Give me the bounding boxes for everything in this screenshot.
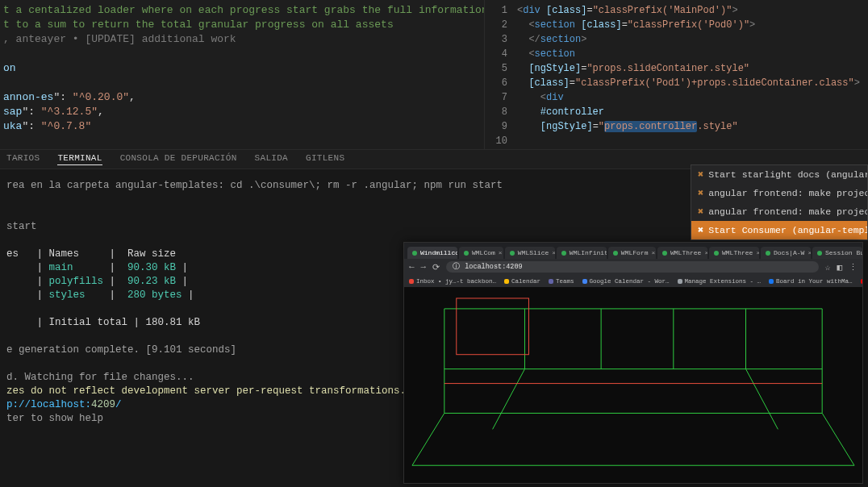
dep-line: annon-es": "^0.20.0",: [0, 90, 484, 105]
favicon-icon: [613, 251, 618, 256]
task-item[interactable]: ✖angular frontend: make projects a: [691, 202, 867, 221]
address-text: localhost:4209: [465, 263, 522, 271]
tab-title: WMLThree: [722, 249, 753, 256]
wrench-icon: ✖: [698, 224, 703, 236]
browser-tab[interactable]: WMLForm×: [608, 247, 656, 259]
panel-tab[interactable]: TARIOS: [6, 153, 40, 165]
comment-line: t a centalized loader where on each prog…: [0, 3, 484, 18]
bookmark-favicon-icon: [504, 279, 509, 284]
close-icon[interactable]: ×: [807, 249, 811, 256]
wrench-icon: ✖: [698, 206, 703, 218]
browser-tab[interactable]: Session Bu×: [812, 247, 862, 259]
code-column[interactable]: <div [class]="classPrefix('MainPod')"> <…: [517, 0, 868, 149]
tab-title: Docs|A-W: [774, 249, 804, 256]
comment-line: t to a sum to return the total granular …: [0, 18, 484, 32]
bookmark-label: Calendar: [511, 278, 540, 285]
svg-line-5: [412, 413, 444, 465]
page-viewport[interactable]: [404, 287, 862, 483]
browser-tab[interactable]: WMLThree×: [709, 247, 759, 259]
dep-line: uka": "^0.7.8": [0, 119, 484, 134]
favicon-icon: [714, 251, 719, 256]
tab-title: Windmillco: [420, 249, 457, 256]
bookmark-item[interactable]: Inbox • jy…-t backbon…: [409, 278, 496, 285]
bookmark-favicon-icon: [582, 279, 587, 284]
address-bar[interactable]: ⓘ localhost:4209: [446, 261, 819, 273]
task-label: angular frontend: make projects a: [708, 206, 867, 217]
gitlens-blame: , anteayer • [UPDATE] additional work: [0, 32, 484, 47]
panel-tab[interactable]: GITLENS: [306, 153, 344, 165]
dep-line: sap": "^3.12.5",: [0, 105, 484, 119]
task-label: Start Consumer (angular-template: [708, 225, 867, 235]
favicon-icon: [412, 251, 417, 256]
task-item[interactable]: ✖angular frontend: make projects a: [691, 184, 867, 202]
bookmark-favicon-icon: [409, 279, 414, 284]
bookmark-item[interactable]: Calendar: [504, 278, 540, 285]
bookmark-item[interactable]: Board in Your withMa…: [769, 278, 853, 285]
code-line[interactable]: [ngStyle]="props.slideContainer.style": [517, 61, 868, 76]
bookmark-favicon-icon: [861, 279, 862, 284]
close-icon[interactable]: ×: [704, 249, 707, 256]
browser-tab[interactable]: WMLSlice×: [505, 247, 555, 259]
extensions-icon[interactable]: ◧: [837, 262, 842, 273]
close-icon[interactable]: ×: [552, 249, 555, 256]
code-line[interactable]: </section>: [517, 32, 868, 47]
forward-icon[interactable]: →: [421, 262, 427, 272]
svg-line-8: [746, 368, 778, 429]
panel-tab[interactable]: CONSOLA DE DEPURACIÓN: [120, 153, 237, 165]
close-icon[interactable]: ×: [651, 249, 655, 256]
code-line: on: [0, 61, 484, 76]
favicon-icon: [464, 251, 469, 256]
bookmark-item[interactable]: Upskilling Everythi…: [861, 278, 862, 285]
browser-tab[interactable]: WMLCom×: [459, 247, 503, 259]
code-line[interactable]: [class]="classPrefix('Pod1')+props.slide…: [517, 76, 868, 90]
favicon-icon: [510, 251, 515, 256]
line-gutter: 12345678910: [485, 0, 517, 149]
task-label: angular frontend: make projects a: [708, 188, 867, 198]
panel-tab[interactable]: SALIDA: [255, 153, 288, 165]
browser-tab[interactable]: WMLInfinit×: [557, 247, 607, 259]
back-icon[interactable]: ←: [409, 262, 415, 272]
task-picker: ✖Start starlight docs (angular-temp✖angu…: [691, 164, 868, 240]
code-line[interactable]: <section [class]="classPrefix('Pod0')">: [517, 18, 868, 32]
bookmark-label: Manage Extensions - …: [685, 278, 762, 285]
right-editor-pane[interactable]: 12345678910 <div [class]="classPrefix('M…: [484, 0, 868, 149]
left-editor-pane[interactable]: t a centalized loader where on each prog…: [0, 0, 484, 149]
browser-tab[interactable]: Docs|A-W×: [761, 247, 811, 259]
close-icon[interactable]: ×: [499, 249, 503, 256]
tab-title: WMLSlice: [518, 249, 549, 256]
svg-line-6: [822, 413, 854, 465]
browser-tabstrip: Windmillco×WMLCom×WMLSlice×WMLInfinit×WM…: [404, 243, 862, 259]
browser-window[interactable]: Windmillco×WMLCom×WMLSlice×WMLInfinit×WM…: [403, 242, 863, 484]
code-line[interactable]: [ngStyle]="props.controller.style": [517, 119, 868, 134]
panel-tab[interactable]: TERMINAL: [57, 153, 102, 165]
code-line[interactable]: <section: [517, 47, 868, 61]
tab-title: WMLForm: [621, 249, 649, 256]
bookmark-item[interactable]: Google Calendar - Wor…: [582, 278, 670, 285]
bookmark-item[interactable]: Teams: [549, 278, 574, 285]
task-item[interactable]: ✖Start starlight docs (angular-temp: [691, 165, 867, 184]
code-line[interactable]: <div [class]="classPrefix('MainPod')">: [517, 3, 868, 18]
bookmark-label: Teams: [556, 278, 574, 285]
favicon-icon: [662, 251, 667, 256]
favicon-icon: [817, 251, 822, 256]
code-line: [0, 47, 484, 61]
threejs-wireframe: [404, 287, 862, 483]
reload-icon[interactable]: ⟳: [432, 262, 440, 273]
close-icon[interactable]: ×: [756, 249, 759, 256]
menu-icon[interactable]: ⋮: [849, 262, 858, 273]
browser-tab[interactable]: Windmillco×: [407, 247, 457, 259]
favicon-icon: [766, 251, 770, 256]
task-label: Start starlight docs (angular-temp: [708, 169, 867, 180]
svg-line-7: [493, 368, 525, 429]
code-line: [0, 76, 484, 90]
code-line[interactable]: <div: [517, 90, 868, 105]
tab-title: WMLCom: [472, 249, 495, 256]
browser-tab[interactable]: WMLThree×: [657, 247, 707, 259]
browser-toolbar: ← → ⟳ ⓘ localhost:4209 ☆ ◧ ⋮: [404, 259, 862, 275]
bookmark-item[interactable]: Manage Extensions - …: [678, 278, 762, 285]
star-icon[interactable]: ☆: [825, 262, 831, 273]
code-line[interactable]: #controller: [517, 105, 868, 119]
task-item[interactable]: ✖Start Consumer (angular-template: [691, 221, 867, 239]
tab-title: Session Bu: [825, 249, 862, 256]
svg-rect-10: [457, 298, 529, 355]
